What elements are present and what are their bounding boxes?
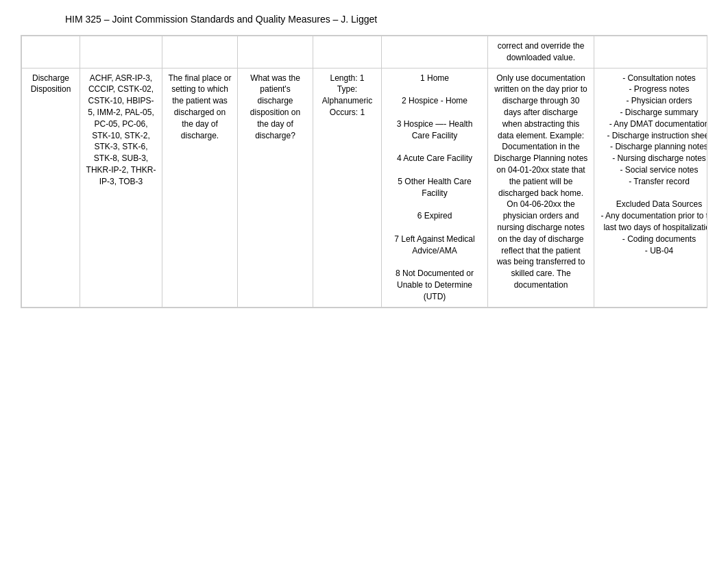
cell-format: Length: 1Type: AlphanumericOccurs: 1 <box>313 68 382 307</box>
cell-top-4 <box>238 36 313 68</box>
cell-top-6 <box>382 36 488 68</box>
cell-top-8 <box>594 36 708 68</box>
cell-top-5 <box>313 36 382 68</box>
cell-sources: - Consultation notes - Progress notes - … <box>594 68 708 307</box>
data-table: correct and override the downloaded valu… <box>21 36 707 308</box>
table-row-header-top: correct and override the downloaded valu… <box>22 36 708 68</box>
cell-allowable-values: 1 Home 2 Hospice - Home 3 Hospice —- Hea… <box>382 68 488 307</box>
cell-top-2 <box>80 36 162 68</box>
cell-top-1 <box>22 36 80 68</box>
page-title: HIM 325 – Joint Commission Standards and… <box>0 0 728 35</box>
cell-question: What was the patient's discharge disposi… <box>238 68 313 307</box>
table-row-main: Discharge Disposition ACHF, ASR-IP-3, CC… <box>22 68 708 307</box>
cell-top-3 <box>162 36 238 68</box>
cell-measures-list: ACHF, ASR-IP-3, CCCIP, CSTK-02, CSTK-10,… <box>80 68 162 307</box>
main-table-wrapper: correct and override the downloaded valu… <box>21 35 707 308</box>
cell-definition: The final place or setting to which the … <box>162 68 238 307</box>
cell-notes: Only use documentation written on the da… <box>488 68 594 307</box>
cell-discharge-disposition-label: Discharge Disposition <box>22 68 80 307</box>
cell-top-7: correct and override the downloaded valu… <box>488 36 594 68</box>
